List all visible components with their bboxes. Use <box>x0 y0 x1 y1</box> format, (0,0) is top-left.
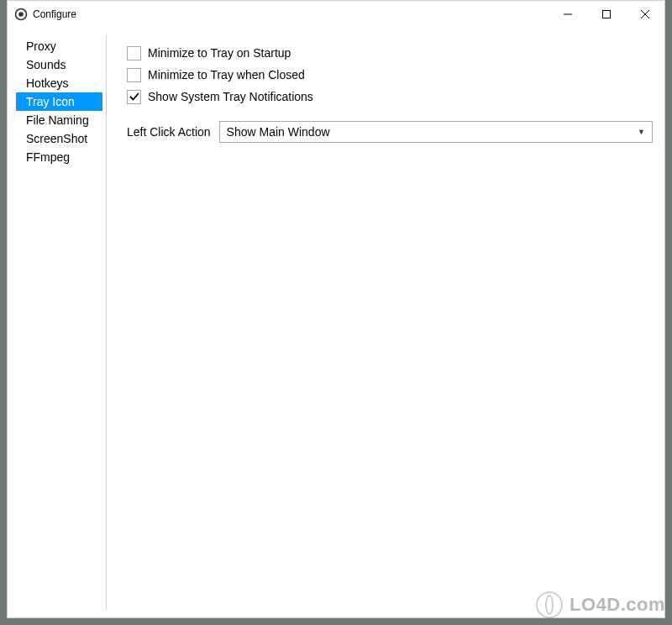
window-title: Configure <box>33 8 549 20</box>
main-panel: Minimize to Tray on Startup Minimize to … <box>107 35 653 609</box>
sidebar-item-proxy[interactable]: Proxy <box>16 37 102 55</box>
checkbox-row-show-notifications: Show System Tray Notifications <box>127 87 653 106</box>
checkbox-row-minimize-startup: Minimize to Tray on Startup <box>127 44 653 62</box>
left-click-action-row: Left Click Action Show Main Window ▼ <box>127 121 653 143</box>
sidebar-item-label: Sounds <box>26 58 66 71</box>
sidebar-item-file-naming[interactable]: File Naming <box>16 111 102 129</box>
maximize-button[interactable] <box>587 1 626 27</box>
checkbox-minimize-startup[interactable] <box>127 46 141 60</box>
sidebar-item-label: Proxy <box>26 39 56 53</box>
content-area: Proxy Sounds Hotkeys Tray Icon File Nami… <box>8 27 664 617</box>
checkbox-label: Show System Tray Notifications <box>148 90 313 103</box>
sidebar-item-sounds[interactable]: Sounds <box>16 55 102 74</box>
svg-rect-3 <box>603 10 611 18</box>
titlebar: Configure <box>8 1 664 27</box>
sidebar: Proxy Sounds Hotkeys Tray Icon File Nami… <box>16 35 107 609</box>
checkbox-minimize-closed[interactable] <box>127 68 141 82</box>
sidebar-item-hotkeys[interactable]: Hotkeys <box>16 74 102 92</box>
sidebar-item-label: ScreenShot <box>26 132 87 145</box>
sidebar-item-label: Hotkeys <box>26 76 69 90</box>
checkbox-label: Minimize to Tray when Closed <box>148 68 305 81</box>
chevron-down-icon: ▼ <box>638 128 645 136</box>
sidebar-item-label: Tray Icon <box>26 95 75 108</box>
left-click-action-select[interactable]: Show Main Window ▼ <box>219 121 653 143</box>
sidebar-item-tray-icon[interactable]: Tray Icon <box>16 92 102 111</box>
sidebar-item-label: File Naming <box>26 113 89 127</box>
checkbox-show-notifications[interactable] <box>127 90 141 104</box>
window-controls <box>549 1 664 27</box>
sidebar-item-screenshot[interactable]: ScreenShot <box>16 129 102 148</box>
app-icon <box>14 8 28 21</box>
svg-point-1 <box>18 12 24 17</box>
sidebar-item-ffmpeg[interactable]: FFmpeg <box>16 148 102 166</box>
select-value: Show Main Window <box>227 125 638 139</box>
checkbox-row-minimize-closed: Minimize to Tray when Closed <box>127 66 653 84</box>
configure-window: Configure Proxy Sounds Hotkeys Tray Icon… <box>7 0 665 618</box>
close-button[interactable] <box>626 1 664 27</box>
left-click-action-label: Left Click Action <box>127 125 211 139</box>
checkbox-label: Minimize to Tray on Startup <box>148 46 291 60</box>
sidebar-item-label: FFmpeg <box>26 150 70 164</box>
minimize-button[interactable] <box>549 1 587 27</box>
